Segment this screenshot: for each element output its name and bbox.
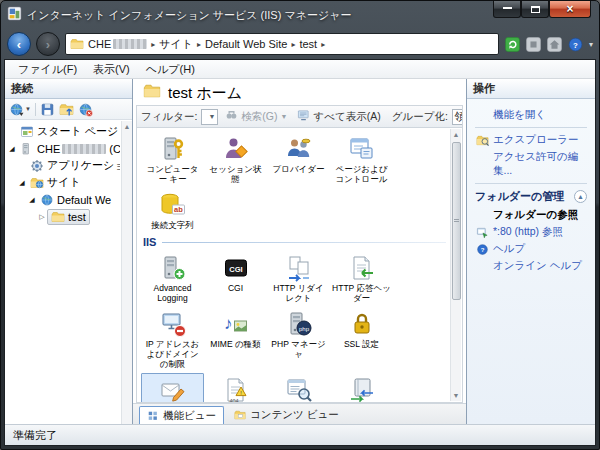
home-icon[interactable] — [546, 35, 564, 53]
close-button[interactable]: × — [549, 1, 591, 18]
thumb-grip-icon — [454, 219, 459, 222]
ip-domain-restrictions-icon — [159, 310, 187, 338]
breadcrumb-item[interactable]: CHE — [88, 38, 147, 50]
back-button[interactable]: ‹ — [7, 32, 31, 56]
scroll-up-icon[interactable]: ▲ — [453, 129, 460, 140]
action-link[interactable]: エクスプローラー — [475, 133, 587, 147]
actions-header: 操作 — [467, 79, 595, 99]
expander-expanded-icon[interactable]: ◢ — [17, 179, 27, 187]
filter-input[interactable]: ▼ — [201, 109, 218, 125]
feature-providers[interactable]: プロバイダー — [267, 132, 330, 186]
menu-item[interactable]: ヘルプ(H) — [139, 61, 202, 78]
create-connection-button[interactable]: ▼ — [9, 102, 31, 117]
svg-text:?: ? — [480, 246, 484, 252]
chevron-right-icon[interactable]: ▸ — [197, 40, 201, 49]
tree-item--[interactable]: スタート ページ — [7, 123, 120, 140]
expander-expanded-icon[interactable]: ◢ — [7, 145, 17, 153]
http-redirect-icon — [285, 254, 313, 282]
breadcrumb-item[interactable]: サイト — [159, 37, 193, 52]
features-scrollbar[interactable]: ▲ ▼ — [450, 129, 461, 401]
feature-cgi[interactable]: CGICGI — [204, 251, 267, 305]
feature-directory-browsing[interactable]: ディレクトリの参照 — [267, 373, 330, 403]
feature-error-pages[interactable]: !404エラー ページ — [204, 373, 267, 403]
create-connection-icon — [9, 102, 24, 117]
scroll-up-icon[interactable]: ▲ — [124, 121, 131, 132]
feature-connection-strings[interactable]: ab接続文字列 — [141, 188, 204, 232]
svg-text:♪: ♪ — [224, 314, 233, 333]
menu-bar: ファイル(F)表示(V)ヘルプ(H) — [5, 60, 595, 79]
stop-icon[interactable] — [525, 35, 543, 53]
filter-label: フィルター: — [141, 110, 197, 124]
stop-icon — [525, 36, 542, 53]
help-dropdown-icon[interactable]: ▾ — [589, 40, 593, 49]
action-link[interactable]: *:80 (http) 参照 — [475, 225, 587, 239]
show-all-button[interactable]: すべて表示(A) — [294, 108, 383, 125]
actions-body: 機能を開くエクスプローラーアクセス許可の編集...フォルダーの管理▲フォルダーの… — [467, 99, 595, 424]
action-link[interactable]: 機能を開く — [475, 108, 587, 122]
up-one-level-button[interactable] — [59, 102, 74, 117]
connections-toolbar: ▼ — [5, 99, 132, 120]
feature-advanced-logging[interactable]: Advanced Logging — [141, 251, 204, 305]
feature-mime-types[interactable]: ♪MIME の種類 — [204, 307, 267, 371]
feature-machine-key[interactable]: コンピューター キー — [141, 132, 204, 186]
restart-icon[interactable] — [504, 35, 522, 53]
feature-php-manager[interactable]: phpPHP マネージャ — [267, 307, 330, 371]
search-button[interactable]: 検索(G) ▼ — [222, 108, 290, 125]
collapse-chevron-icon[interactable]: ▲ — [574, 190, 587, 203]
forward-arrow-icon: › — [46, 38, 50, 51]
combo-arrow-icon[interactable]: ▼ — [204, 113, 215, 120]
tab-content-view[interactable]: コンテンツ ビュー — [227, 406, 346, 424]
help-icon: ? — [476, 243, 489, 256]
group-by-label: グループ化: — [392, 110, 448, 124]
chevron-right-icon[interactable]: ▸ — [321, 40, 325, 49]
connections-scrollbar[interactable]: ▲ — [121, 121, 132, 424]
expander-collapsed-icon[interactable]: ▷ — [37, 213, 47, 221]
delete-connection-button[interactable] — [78, 102, 93, 117]
app-pools-icon — [30, 159, 44, 173]
search-dropdown-icon[interactable]: ▼ — [281, 113, 288, 120]
feature-pages-controls[interactable]: ページおよびコントロール — [330, 132, 393, 186]
advanced-logging-icon — [159, 254, 187, 282]
menu-item[interactable]: ファイル(F) — [11, 61, 84, 78]
breadcrumb-item[interactable]: Default Web Site — [205, 38, 287, 50]
forward-button[interactable]: › — [36, 32, 60, 56]
feature-url-rewrite[interactable]: URL 書き換え — [141, 373, 204, 403]
tree-item-che[interactable]: ◢CHE (C — [7, 140, 120, 157]
tree-item--[interactable]: アプリケーショ — [7, 157, 120, 174]
divider — [162, 242, 446, 243]
maximize-button[interactable] — [521, 1, 549, 18]
save-connections-button[interactable] — [40, 102, 55, 117]
svg-text:404: 404 — [229, 398, 238, 404]
content-view-icon — [234, 409, 246, 421]
scrollbar-thumb[interactable] — [452, 142, 461, 300]
group-by-select[interactable]: 領域▼ — [452, 109, 463, 125]
session-state-icon — [222, 135, 250, 163]
expander-expanded-icon[interactable]: ◢ — [27, 196, 37, 204]
breadcrumb[interactable]: CHE▸サイト▸Default Web Site▸test▸ — [65, 33, 499, 55]
action-link[interactable]: アクセス許可の編集... — [475, 150, 587, 178]
tree-item-default-we[interactable]: ◢Default We — [7, 191, 120, 208]
scroll-down-icon[interactable]: ▼ — [453, 390, 460, 401]
breadcrumb-item[interactable]: test — [299, 38, 317, 50]
ssl-settings-icon — [348, 310, 376, 338]
feature-handler-mappings[interactable]: ハンドラー マッピング — [330, 373, 393, 403]
menu-item[interactable]: 表示(V) — [86, 61, 137, 78]
tree-item--[interactable]: ◢サイト — [7, 174, 120, 191]
feature-ip-domain-restrictions[interactable]: IP アドレスおよびドメインの制限 — [141, 307, 204, 371]
help-icon[interactable]: ? — [567, 35, 585, 53]
feature-ssl-settings[interactable]: SSL 設定 — [330, 307, 393, 371]
action-link[interactable]: ?ヘルプ — [475, 242, 587, 256]
feature-session-state[interactable]: セッション状態 — [204, 132, 267, 186]
up-one-level-icon — [59, 102, 74, 117]
dropdown-arrow-icon: ▼ — [25, 106, 31, 112]
server-icon — [20, 142, 34, 156]
action-link[interactable]: オンライン ヘルプ — [475, 259, 587, 273]
feature-http-response-headers[interactable]: HTTP 応答ヘッダー — [330, 251, 393, 305]
minimize-button[interactable] — [493, 1, 521, 18]
chevron-right-icon[interactable]: ▸ — [291, 40, 295, 49]
tab-features-view[interactable]: 機能ビュー — [139, 406, 224, 424]
chevron-right-icon[interactable]: ▸ — [151, 40, 155, 49]
tree-item-test[interactable]: ▷test — [7, 208, 120, 225]
feature-http-redirect[interactable]: HTTP リダイレクト — [267, 251, 330, 305]
site-icon — [40, 193, 54, 207]
